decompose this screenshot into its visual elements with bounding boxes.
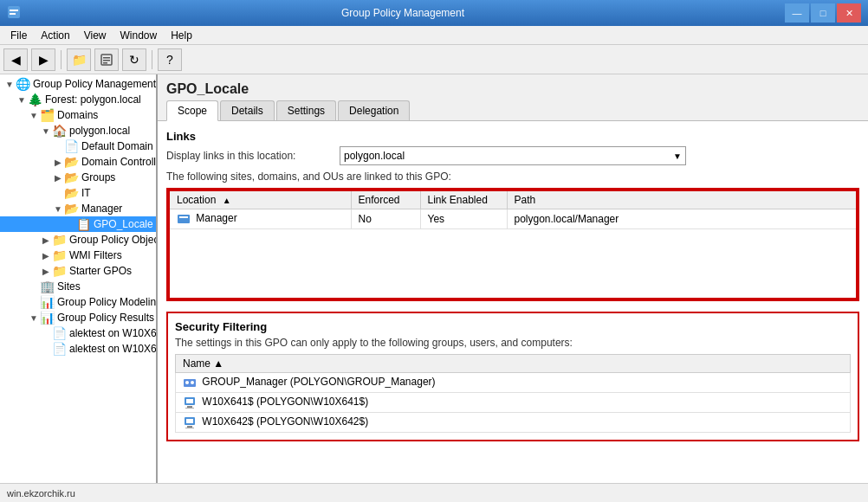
expand-icon[interactable]: ▼: [28, 313, 40, 323]
tree-domain-label: polygon.local: [69, 125, 130, 137]
expand-icon[interactable]: ▶: [52, 173, 64, 183]
expand-icon: [40, 344, 52, 354]
tree-starter-label: Starter GPOs: [69, 265, 132, 277]
open-button[interactable]: 📁: [67, 48, 91, 71]
expand-icon[interactable]: ▶: [52, 158, 64, 167]
links-table: Location ▲ Enforced Link Enabled Path Ma…: [168, 190, 858, 299]
tab-scope[interactable]: Scope: [166, 100, 218, 121]
back-button[interactable]: ◀: [3, 48, 28, 71]
table-row[interactable]: W10X642$ (POLYGON\W10X642$): [176, 412, 851, 432]
tree-gpm-icon: 🌐: [16, 77, 30, 91]
expand-icon[interactable]: ▼: [52, 204, 64, 214]
domains-icon: 🗂️: [40, 108, 55, 122]
toolbar: ◀ ▶ 📁 ↻ ?: [0, 45, 868, 74]
table-row[interactable]: GROUP_Manager (POLYGON\GROUP_Manager): [176, 372, 851, 392]
tree-gpm-label: Group Policy Management: [33, 78, 156, 90]
svg-rect-4: [103, 57, 110, 59]
maximize-button[interactable]: □: [811, 3, 835, 23]
tree-it[interactable]: 📂 IT: [0, 185, 156, 201]
tree-sites[interactable]: 🏢 Sites: [0, 279, 156, 294]
title-bar-title: Group Policy Management: [21, 7, 785, 19]
tab-delegation[interactable]: Delegation: [338, 100, 410, 120]
tree-gp-modeling[interactable]: 📊 Group Policy Modeling: [0, 294, 156, 310]
tree-default-domain-policy[interactable]: 📄 Default Domain Policy: [0, 138, 156, 154]
refresh-button[interactable]: ↻: [122, 48, 146, 71]
expand-icon[interactable]: ▼: [28, 111, 40, 120]
dropdown-value: polygon.local: [344, 150, 405, 162]
display-links-label: Display links in this location:: [166, 150, 340, 162]
dc-icon: 📂: [64, 155, 79, 169]
tree-gp-modeling-label: Group Policy Modeling: [57, 296, 158, 308]
expand-icon[interactable]: ▶: [40, 235, 52, 245]
left-panel: ▼ 🌐 Group Policy Management ▼ 🌲 Forest: …: [0, 74, 158, 483]
tree-groups[interactable]: ▶ 📂 Groups: [0, 170, 156, 185]
expand-icon: [28, 298, 40, 307]
menu-view[interactable]: View: [77, 28, 113, 43]
expand-icon[interactable]: ▼: [16, 95, 28, 105]
tree-gpo-locale[interactable]: 📋 GPO_Locale: [0, 216, 156, 232]
col-enforced[interactable]: Enforced: [351, 190, 420, 209]
col-name[interactable]: Name ▲: [176, 354, 851, 372]
tree-wmi-filters[interactable]: ▶ 📁 WMI Filters: [0, 248, 156, 263]
tree-alektest-641[interactable]: 📄 alektest on W10X641: [0, 325, 156, 341]
title-bar: Group Policy Management — □ ✕: [0, 0, 868, 26]
tree-forest[interactable]: ▼ 🌲 Forest: polygon.local: [0, 92, 156, 107]
table-row[interactable]: W10X641$ (POLYGON\W10X641$): [176, 392, 851, 412]
forward-button[interactable]: ▶: [31, 48, 55, 71]
help-button[interactable]: ?: [158, 48, 182, 71]
tree-alektest-642[interactable]: 📄 alektest on W10X642: [0, 341, 156, 357]
right-panel: GPO_Locale Scope Details Settings Delega…: [158, 74, 868, 483]
links-table-container: Location ▲ Enforced Link Enabled Path Ma…: [166, 188, 859, 301]
toolbar-separator-2: [152, 50, 152, 69]
svg-rect-6: [103, 62, 107, 64]
cell-w10x641: W10X641$ (POLYGON\W10X641$): [176, 392, 851, 412]
tree-domain-controllers[interactable]: ▶ 📂 Domain Controllers: [0, 154, 156, 170]
tree-alektest-642-label: alektest on W10X642: [69, 343, 158, 355]
menu-window[interactable]: Window: [113, 28, 165, 43]
tree-domains-label: Domains: [57, 109, 98, 121]
links-section-title: Links: [166, 130, 859, 143]
tab-bar: Scope Details Settings Delegation: [158, 100, 868, 121]
expand-icon[interactable]: ▼: [3, 80, 16, 89]
expand-icon[interactable]: ▼: [40, 126, 52, 136]
forest-icon: 🌲: [28, 93, 42, 106]
svg-rect-18: [185, 428, 194, 428]
expand-icon[interactable]: ▶: [40, 267, 52, 276]
menu-file[interactable]: File: [3, 28, 34, 43]
tab-details[interactable]: Details: [220, 100, 275, 120]
col-location[interactable]: Location ▲: [169, 190, 351, 209]
properties-button[interactable]: [94, 48, 119, 71]
col-path[interactable]: Path: [507, 190, 857, 209]
col-link-enabled[interactable]: Link Enabled: [420, 190, 507, 209]
tree-gpo-objects[interactable]: ▶ 📁 Group Policy Objects: [0, 232, 156, 248]
expand-icon: [52, 189, 64, 198]
result-icon-2: 📄: [52, 342, 67, 356]
sort-arrow-name: ▲: [213, 357, 223, 370]
display-links-dropdown[interactable]: polygon.local ▼: [340, 146, 686, 165]
expand-icon: [64, 220, 76, 229]
menu-bar: File Action View Window Help: [0, 26, 868, 45]
svg-point-10: [185, 381, 189, 384]
tab-settings[interactable]: Settings: [276, 100, 336, 120]
tree-gpm-root[interactable]: ▼ 🌐 Group Policy Management: [0, 76, 156, 92]
menu-help[interactable]: Help: [164, 28, 199, 43]
tree-sites-label: Sites: [57, 280, 81, 293]
menu-action[interactable]: Action: [34, 28, 76, 43]
svg-rect-17: [187, 426, 192, 428]
svg-rect-1: [10, 10, 18, 11]
tree-starter-gpos[interactable]: ▶ 📁 Starter GPOs: [0, 263, 156, 279]
tree-manager[interactable]: ▼ 📂 Manager: [0, 201, 156, 216]
title-bar-icon: [7, 5, 21, 22]
modeling-icon: 📊: [40, 295, 55, 309]
cell-link-enabled: Yes: [420, 209, 507, 229]
content-area: Links Display links in this location: po…: [158, 121, 868, 483]
tree-domains[interactable]: ▼ 🗂️ Domains: [0, 107, 156, 123]
tree-gp-results[interactable]: ▼ 📊 Group Policy Results: [0, 310, 156, 325]
svg-rect-2: [10, 13, 16, 15]
expand-icon[interactable]: ▶: [40, 251, 52, 261]
close-button[interactable]: ✕: [837, 3, 861, 23]
table-row[interactable]: Manager No Yes polygon.local/Manager: [169, 209, 857, 229]
tree-polygon-local[interactable]: ▼ 🏠 polygon.local: [0, 123, 156, 138]
svg-rect-13: [187, 406, 192, 408]
minimize-button[interactable]: —: [785, 3, 809, 23]
